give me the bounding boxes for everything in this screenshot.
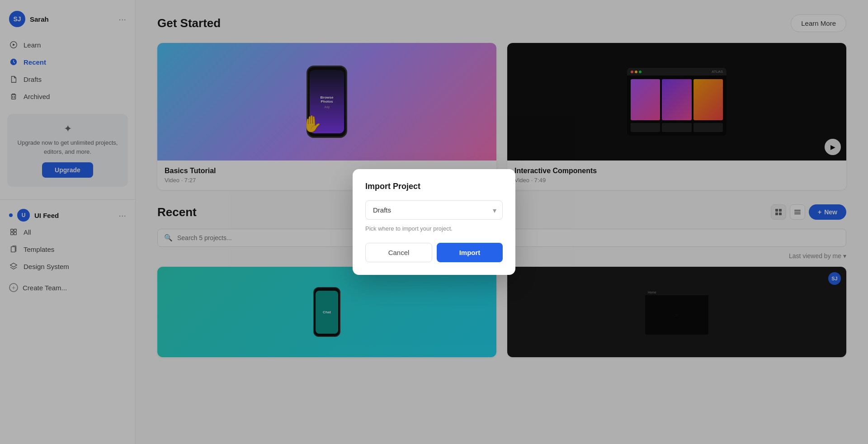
modal-overlay: Import Project Drafts Recent Archived ▾ … <box>0 0 868 444</box>
modal-cancel-button[interactable]: Cancel <box>365 243 432 262</box>
modal-select-wrapper: Drafts Recent Archived ▾ <box>365 200 503 220</box>
modal-hint: Pick where to import your project. <box>365 225 503 232</box>
modal-import-button[interactable]: Import <box>437 243 503 262</box>
modal-actions: Cancel Import <box>365 243 503 262</box>
import-project-modal: Import Project Drafts Recent Archived ▾ … <box>353 169 515 275</box>
modal-title: Import Project <box>365 182 503 191</box>
modal-destination-select[interactable]: Drafts Recent Archived <box>365 200 503 220</box>
